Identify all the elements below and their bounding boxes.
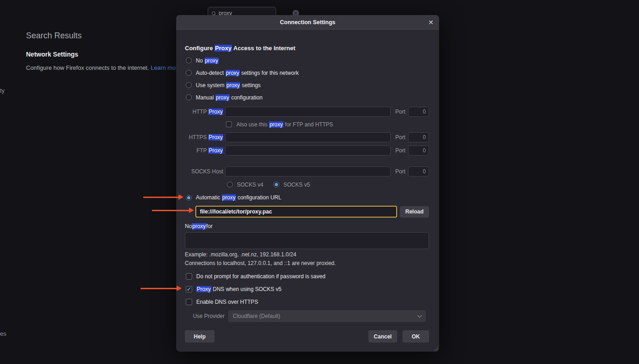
heading-post: Access to the Internet [232, 45, 295, 52]
description-text: Configure how Firefox connects to the in… [26, 64, 151, 71]
search-results-heading: Search Results [26, 31, 82, 41]
network-settings-description: Configure how Firefox connects to the in… [26, 64, 177, 71]
http-proxy-row: HTTP Proxy Port [185, 105, 429, 118]
ftp-port-label: Port [393, 147, 405, 154]
radio-label: Manual proxy configuration [196, 94, 262, 101]
options-checkbox-group: Do not prompt for authentication if pass… [185, 270, 429, 308]
heading-pre: Configure [185, 45, 215, 52]
cancel-button[interactable]: Cancel [368, 330, 397, 343]
help-button[interactable]: Help [185, 330, 215, 343]
radio-label: Use system proxy settings [196, 82, 261, 88]
resize-grip[interactable] [432, 345, 438, 351]
http-port-input[interactable] [408, 107, 429, 117]
dialog-button-row: Help Cancel OK [185, 330, 429, 343]
dialog-content: Configure Proxy Access to the Internet N… [176, 45, 439, 343]
socks-host-row: SOCKS Host Port [185, 165, 429, 178]
socks-v4-radio-icon[interactable] [227, 182, 233, 187]
sidebar-partial-label-bottom: es [0, 330, 6, 337]
checkbox-no-prompt-auth[interactable]: Do not prompt for authentication if pass… [185, 270, 429, 283]
use-provider-label: Use Provider [185, 313, 225, 319]
pac-url-row: Reload [185, 205, 429, 218]
annotation-arrow-proxy-dns [141, 288, 177, 289]
radio-icon[interactable] [186, 82, 192, 88]
socks-version-row: SOCKS v4 SOCKS v5 [185, 178, 429, 191]
no-proxy-for-textarea[interactable] [185, 232, 429, 249]
radio-label: No proxy [196, 57, 219, 64]
configure-proxy-heading: Configure Proxy Access to the Internet [185, 45, 429, 52]
dns-provider-row: Use Provider Cloudflare (Default) [185, 310, 429, 322]
annotation-arrow-url-field [152, 210, 189, 211]
ftp-proxy-label: FTP Proxy [185, 147, 223, 154]
heading-highlight: Proxy [215, 45, 232, 52]
dialog-header: Connection Settings ✕ [176, 15, 439, 30]
https-port-input[interactable] [408, 132, 429, 142]
checkbox-icon[interactable] [186, 273, 192, 280]
checkbox-proxy-dns-socks5[interactable]: ✓ Proxy DNS when using SOCKS v5 [185, 283, 429, 296]
radio-icon[interactable] [186, 94, 192, 100]
ftp-port-input[interactable] [408, 146, 429, 156]
no-proxy-example-line: Example: .mozilla.org, .net.nz, 192.168.… [185, 251, 429, 258]
http-port-label: Port [393, 109, 405, 115]
chevron-down-icon [418, 313, 422, 317]
learn-more-link[interactable]: Learn mor [151, 64, 177, 71]
proxy-mode-radio-group: No proxy Auto-detect proxy settings for … [185, 54, 429, 104]
radio-label: Auto-detect proxy settings for this netw… [196, 70, 299, 76]
radio-automatic-proxy-url[interactable]: Automatic proxy configuration URL [185, 191, 429, 204]
https-proxy-input[interactable] [225, 132, 391, 142]
http-proxy-label: HTTP Proxy [185, 109, 223, 115]
radio-icon-selected[interactable] [186, 195, 192, 201]
socks-host-input[interactable] [225, 166, 391, 177]
socks-v4-label: SOCKS v4 [237, 182, 263, 188]
radio-icon[interactable] [186, 57, 192, 63]
ok-button[interactable]: OK [403, 330, 429, 343]
also-use-checkbox-row[interactable]: Also use this proxy for FTP and HTTPS [226, 121, 333, 128]
connection-settings-dialog: Connection Settings ✕ Configure Proxy Ac… [176, 15, 439, 352]
pac-url-input[interactable] [195, 206, 397, 218]
reload-button[interactable]: Reload [400, 206, 429, 218]
radio-manual-proxy[interactable]: Manual proxy configuration [185, 91, 429, 104]
https-proxy-row: HTTPS Proxy Port [185, 130, 429, 144]
radio-system-proxy[interactable]: Use system proxy settings [185, 79, 429, 91]
socks-port-input[interactable] [408, 166, 429, 177]
radio-auto-detect[interactable]: Auto-detect proxy settings for this netw… [185, 67, 429, 79]
radio-no-proxy[interactable]: No proxy [185, 54, 429, 67]
provider-dropdown[interactable]: Cloudflare (Default) [228, 310, 426, 322]
ftp-proxy-row: FTP Proxy Port [185, 144, 429, 157]
socks-v5-label: SOCKS v5 [283, 182, 310, 188]
also-use-label: Also use this proxy for FTP and HTTPS [236, 121, 333, 128]
auto-radio-label: Automatic proxy configuration URL [196, 194, 281, 201]
checkbox-label: Do not prompt for authentication if pass… [196, 273, 325, 280]
https-proxy-label: HTTPS Proxy [185, 134, 223, 140]
also-use-row: Also use this proxy for FTP and HTTPS [185, 118, 429, 130]
https-port-label: Port [393, 134, 405, 140]
annotation-arrow-auto-radio [143, 197, 179, 198]
http-proxy-input[interactable] [225, 107, 391, 117]
provider-dropdown-value: Cloudflare (Default) [233, 313, 418, 319]
checkbox-dns-over-https[interactable]: Enable DNS over HTTPS [185, 296, 429, 308]
socks-v5-radio-icon[interactable] [273, 182, 279, 187]
socks-host-label: SOCKS Host [185, 168, 223, 175]
never-proxied-note: Connections to localhost, 127.0.0.1, and… [185, 260, 429, 267]
dialog-title: Connection Settings [280, 19, 335, 26]
checkbox-checked-icon[interactable]: ✓ [186, 286, 192, 292]
close-icon[interactable]: ✕ [427, 18, 435, 26]
socks-port-label: Port [393, 168, 405, 175]
checkbox-icon[interactable] [226, 121, 232, 127]
sidebar-partial-label-top: ty [0, 87, 5, 94]
network-settings-heading: Network Settings [26, 51, 78, 58]
checkbox-label: Proxy DNS when using SOCKS v5 [196, 286, 282, 292]
no-proxy-for-label: No proxy for [185, 222, 429, 231]
ftp-proxy-input[interactable] [225, 146, 391, 156]
radio-icon[interactable] [186, 70, 192, 76]
checkbox-label: Enable DNS over HTTPS [196, 299, 258, 305]
checkbox-icon[interactable] [186, 299, 192, 305]
search-icon [212, 11, 215, 15]
